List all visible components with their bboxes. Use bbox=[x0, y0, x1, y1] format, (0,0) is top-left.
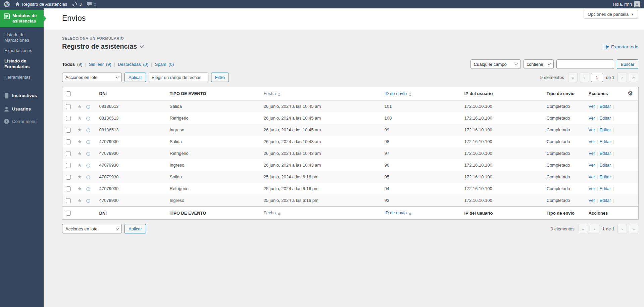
view-separator: | bbox=[151, 62, 152, 67]
screen-options-button[interactable]: Opciones de pantalla ▼ bbox=[584, 10, 638, 19]
view-sin-leer[interactable]: Sin leer (9) bbox=[89, 62, 111, 67]
table-row: ★47079930Ingreso25 junio, 2024 a las 6:1… bbox=[62, 194, 639, 207]
row-checkbox[interactable] bbox=[66, 104, 71, 109]
star-icon[interactable]: ★ bbox=[78, 115, 82, 121]
sidebar-item-herramientas[interactable]: Herramientas bbox=[4, 72, 41, 83]
row-checkbox[interactable] bbox=[66, 186, 71, 191]
row-action-editar[interactable]: Editar bbox=[599, 116, 611, 121]
row-action-editar[interactable]: Editar bbox=[599, 151, 611, 156]
row-checkbox[interactable] bbox=[66, 175, 71, 180]
row-checkbox[interactable] bbox=[66, 198, 71, 203]
column-header-fecha[interactable]: Fecha bbox=[260, 207, 381, 220]
wordpress-logo-icon[interactable]: W bbox=[4, 1, 10, 7]
read-indicator-icon[interactable] bbox=[86, 199, 90, 203]
star-icon[interactable]: ★ bbox=[78, 162, 82, 168]
search-input[interactable] bbox=[556, 59, 614, 69]
current-page-input[interactable] bbox=[591, 73, 603, 82]
row-action-editar[interactable]: Editar bbox=[599, 127, 611, 132]
prev-page-button[interactable]: ‹ bbox=[580, 73, 589, 82]
sidebar-item-cerrar-menu[interactable]: Cerrar menú bbox=[0, 116, 44, 127]
updates-menu[interactable]: 3 bbox=[72, 2, 82, 7]
cell-ip: 172.16.10.100 bbox=[461, 124, 543, 136]
row-action-ver[interactable]: Ver bbox=[589, 104, 595, 109]
export-all-link[interactable]: Exportar todo bbox=[604, 44, 638, 49]
sidebar-item-listado-formularios[interactable]: Listado de Formularios bbox=[4, 56, 41, 72]
row-action-ver[interactable]: Ver bbox=[589, 163, 595, 168]
first-page-button[interactable]: « bbox=[568, 73, 578, 82]
form-switcher[interactable]: Registro de asistencias bbox=[62, 43, 143, 50]
row-action-ver[interactable]: Ver bbox=[589, 116, 595, 121]
sidebar-item-instructivos[interactable]: Instructivos bbox=[0, 90, 44, 101]
read-indicator-icon[interactable] bbox=[86, 187, 90, 191]
column-header-id[interactable]: ID de envío bbox=[381, 87, 461, 100]
cell-ip: 172.16.10.100 bbox=[461, 147, 543, 159]
read-indicator-icon[interactable] bbox=[86, 117, 90, 121]
sidebar-item-exportaciones[interactable]: Exportaciones bbox=[4, 46, 41, 56]
star-icon[interactable]: ★ bbox=[78, 127, 82, 133]
apply-button[interactable]: Aplicar bbox=[125, 73, 146, 82]
filter-button[interactable]: Filtro bbox=[211, 73, 229, 82]
row-checkbox[interactable] bbox=[66, 163, 71, 168]
next-page-button[interactable]: › bbox=[617, 224, 627, 233]
star-icon[interactable]: ★ bbox=[78, 103, 82, 109]
sidebar-item-modulos-asistencias[interactable]: Modulos de asistencias bbox=[0, 10, 44, 27]
row-checkbox[interactable] bbox=[66, 139, 71, 144]
first-page-button[interactable]: « bbox=[579, 224, 588, 233]
table-row: ★47079930Refrigerio25 junio, 2024 a las … bbox=[62, 183, 639, 194]
cell-dni: 47079930 bbox=[96, 194, 166, 207]
prev-page-button[interactable]: ‹ bbox=[590, 224, 599, 233]
row-action-editar[interactable]: Editar bbox=[599, 104, 611, 109]
star-icon[interactable]: ★ bbox=[78, 174, 82, 180]
view-todos[interactable]: Todos (9) bbox=[62, 62, 83, 67]
sidebar-item-listado-marcaciones[interactable]: Listado de Marcaciones bbox=[4, 30, 41, 46]
bulk-actions-select[interactable]: Acciones en lote bbox=[62, 73, 122, 82]
bulk-actions-select[interactable]: Acciones en lote bbox=[62, 224, 122, 233]
next-page-button[interactable]: › bbox=[617, 73, 627, 82]
read-indicator-icon[interactable] bbox=[86, 140, 90, 144]
search-button[interactable]: Buscar bbox=[617, 59, 638, 69]
row-action-editar[interactable]: Editar bbox=[599, 174, 611, 179]
my-account-menu[interactable]: Hola, rrhh bbox=[613, 1, 640, 7]
apply-button[interactable]: Aplicar bbox=[125, 224, 146, 233]
read-indicator-icon[interactable] bbox=[86, 105, 90, 109]
read-indicator-icon[interactable] bbox=[86, 175, 90, 179]
row-action-ver[interactable]: Ver bbox=[589, 139, 595, 144]
search-field-select[interactable]: Cualquier campo bbox=[470, 59, 521, 69]
sidebar-item-usuarios[interactable]: Usuarios bbox=[0, 103, 44, 115]
row-action-editar[interactable]: Editar bbox=[599, 163, 611, 168]
select-all-checkbox[interactable] bbox=[66, 211, 71, 216]
star-icon[interactable]: ★ bbox=[78, 198, 82, 203]
row-checkbox[interactable] bbox=[66, 128, 71, 133]
last-page-button[interactable]: » bbox=[629, 73, 638, 82]
row-action-ver[interactable]: Ver bbox=[589, 151, 595, 156]
row-action-ver[interactable]: Ver bbox=[589, 174, 595, 179]
sidebar-item-label: Cerrar menú bbox=[12, 119, 37, 124]
row-action-editar[interactable]: Editar bbox=[599, 186, 611, 191]
star-icon[interactable]: ★ bbox=[78, 139, 82, 144]
row-action-editar[interactable]: Editar bbox=[599, 139, 611, 144]
comments-menu[interactable]: 0 bbox=[87, 2, 96, 7]
column-header-fecha[interactable]: Fecha bbox=[260, 87, 381, 100]
row-action-ver[interactable]: Ver bbox=[589, 186, 595, 191]
view-destacadas[interactable]: Destacadas (0) bbox=[118, 62, 148, 67]
read-indicator-icon[interactable] bbox=[86, 128, 90, 132]
view-spam[interactable]: Spam (0) bbox=[155, 62, 174, 67]
row-checkbox[interactable] bbox=[66, 116, 71, 121]
search-operator-select[interactable]: contiene bbox=[524, 59, 554, 69]
select-all-checkbox[interactable] bbox=[66, 91, 71, 96]
row-action-editar[interactable]: Editar bbox=[599, 198, 611, 203]
row-action-ver[interactable]: Ver bbox=[589, 198, 595, 203]
star-icon[interactable]: ★ bbox=[78, 150, 82, 156]
date-range-input[interactable] bbox=[149, 73, 208, 82]
read-indicator-icon[interactable] bbox=[86, 152, 90, 156]
table-row: ★08136513Salida26 junio, 2024 a las 10:4… bbox=[62, 100, 639, 113]
site-name-menu[interactable]: Registro de Asistencias bbox=[15, 2, 67, 7]
star-icon[interactable]: ★ bbox=[78, 186, 82, 191]
table-row: ★47079930Refrigerio26 junio, 2024 a las … bbox=[62, 147, 639, 159]
row-checkbox[interactable] bbox=[66, 151, 71, 156]
row-action-ver[interactable]: Ver bbox=[589, 127, 595, 132]
last-page-button[interactable]: » bbox=[629, 224, 638, 233]
read-indicator-icon[interactable] bbox=[86, 164, 90, 168]
column-header-id[interactable]: ID de envío bbox=[381, 207, 461, 220]
gear-icon[interactable]: ⚙ bbox=[628, 90, 633, 97]
